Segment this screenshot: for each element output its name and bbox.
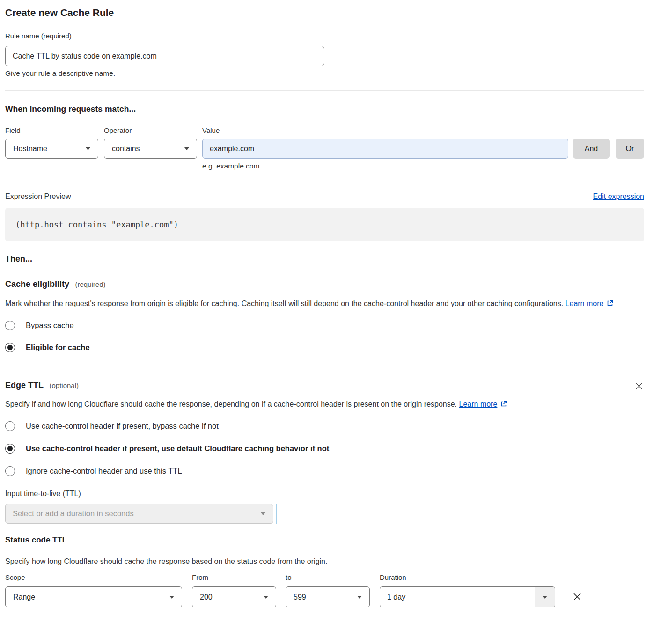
from-label: From (192, 573, 276, 582)
scope-label: Scope (5, 573, 182, 582)
then-heading: Then... (5, 254, 644, 264)
value-input[interactable] (202, 139, 568, 159)
edge-ttl-qualifier: (optional) (49, 381, 79, 389)
field-select-value: Hostname (13, 145, 47, 153)
match-condition-row: Field Hostname Operator contains Value e… (5, 126, 644, 170)
edge-ttl-option-bypass[interactable]: Use cache-control header if present, byp… (5, 421, 644, 431)
chevron-down-icon (184, 147, 189, 150)
and-button[interactable]: And (573, 139, 610, 159)
operator-select-value: contains (112, 145, 140, 153)
operator-label: Operator (104, 126, 197, 135)
field-label: Field (5, 126, 98, 135)
expression-preview-label: Expression Preview (5, 192, 71, 201)
expression-code-block: (http.host contains "example.com") (5, 208, 644, 242)
to-select-value: 599 (294, 593, 306, 601)
cache-eligibility-learn-more-link[interactable]: Learn more (566, 300, 604, 307)
from-select[interactable]: 200 (192, 586, 276, 607)
cache-eligibility-qualifier: (required) (75, 280, 106, 288)
ttl-input-label: Input time-to-live (TTL) (5, 490, 644, 498)
to-column: to 599 (286, 573, 370, 607)
status-code-ttl-heading: Status code TTL (5, 535, 644, 545)
edge-ttl-radio-bypass[interactable] (5, 421, 15, 431)
edit-expression-link[interactable]: Edit expression (593, 192, 644, 201)
and-button-wrap: And (573, 126, 610, 159)
eligible-for-cache-label: Eligible for cache (26, 343, 90, 352)
chevron-down-icon (357, 596, 362, 599)
bypass-cache-radio[interactable] (5, 321, 15, 330)
duration-select[interactable]: 1 day (380, 586, 555, 607)
ttl-combo-wrap: Select or add a duration in seconds (5, 498, 644, 524)
to-label: to (286, 573, 370, 582)
cache-eligibility-heading-row: Cache eligibility (required) (5, 279, 644, 289)
edge-ttl-option-ignore[interactable]: Ignore cache-control header and use this… (5, 466, 644, 476)
edge-ttl-description-text: Specify if and how long Cloudflare shoul… (5, 400, 457, 408)
duration-select-value: 1 day (380, 587, 535, 607)
cache-eligibility-description-text: Mark whether the request's response from… (5, 300, 563, 307)
section-divider (5, 90, 644, 91)
status-code-ttl-row: Scope Range From 200 to 599 Duration 1 d… (5, 573, 644, 607)
value-helper: e.g. example.com (202, 162, 568, 170)
focus-caret-mark (276, 504, 277, 524)
scope-select[interactable]: Range (5, 586, 182, 607)
operator-select[interactable]: contains (104, 139, 197, 159)
section-divider (5, 364, 644, 364)
edge-ttl-option-ignore-label: Ignore cache-control header and use this… (26, 467, 182, 476)
chevron-down-icon[interactable] (253, 504, 273, 523)
field-select[interactable]: Hostname (5, 139, 98, 159)
edge-ttl-heading-group: Edge TTL (optional) (5, 380, 79, 390)
duration-column: Duration 1 day (380, 573, 555, 607)
cache-eligibility-description: Mark whether the request's response from… (5, 297, 632, 311)
edge-ttl-heading: Edge TTL (5, 381, 44, 390)
from-select-value: 200 (200, 593, 213, 601)
edge-ttl-heading-row: Edge TTL (optional) (5, 380, 644, 391)
ttl-duration-placeholder: Select or add a duration in seconds (6, 504, 253, 523)
chevron-down-icon (169, 596, 174, 599)
operator-column: Operator contains (104, 126, 197, 159)
ttl-duration-select[interactable]: Select or add a duration in seconds (5, 504, 273, 524)
from-column: From 200 (192, 573, 276, 607)
edge-ttl-radio-default[interactable] (5, 444, 15, 454)
chevron-down-icon[interactable] (535, 587, 555, 607)
field-column: Field Hostname (5, 126, 98, 159)
or-button[interactable]: Or (616, 139, 644, 159)
delete-rule-row-icon[interactable] (572, 592, 582, 602)
close-icon[interactable] (634, 381, 644, 391)
external-link-icon (606, 298, 614, 311)
edge-ttl-option-default[interactable]: Use cache-control header if present, use… (5, 444, 644, 454)
to-select[interactable]: 599 (286, 586, 370, 607)
eligible-for-cache-option[interactable]: Eligible for cache (5, 343, 644, 352)
rule-name-input[interactable] (5, 46, 324, 66)
expression-header-row: Expression Preview Edit expression (5, 192, 644, 201)
edge-ttl-learn-more-link[interactable]: Learn more (459, 400, 498, 408)
value-label: Value (202, 126, 568, 135)
value-column: Value e.g. example.com (202, 126, 568, 170)
external-link-icon (500, 398, 507, 412)
eligible-for-cache-radio[interactable] (5, 343, 15, 352)
bypass-cache-label: Bypass cache (26, 321, 74, 330)
rule-name-helper: Give your rule a descriptive name. (5, 69, 644, 78)
edge-ttl-option-default-label: Use cache-control header if present, use… (26, 444, 329, 453)
edge-ttl-option-bypass-label: Use cache-control header if present, byp… (26, 422, 219, 431)
edge-ttl-description: Specify if and how long Cloudflare shoul… (5, 397, 522, 412)
or-button-wrap: Or (616, 126, 644, 159)
bypass-cache-option[interactable]: Bypass cache (5, 321, 644, 330)
cache-eligibility-heading: Cache eligibility (5, 279, 69, 289)
scope-select-value: Range (13, 593, 35, 601)
expression-code: (http.host contains "example.com") (15, 220, 178, 229)
edge-ttl-radio-ignore[interactable] (5, 466, 15, 476)
status-code-ttl-description: Specify how long Cloudflare should cache… (5, 555, 644, 568)
match-heading: When incoming requests match... (5, 104, 644, 114)
chevron-down-icon (264, 596, 268, 599)
page-title: Create new Cache Rule (5, 7, 644, 19)
chevron-down-icon (86, 147, 90, 150)
duration-label: Duration (380, 573, 555, 582)
create-cache-rule-form: Create new Cache Rule Rule name (require… (0, 0, 661, 607)
scope-column: Scope Range (5, 573, 182, 607)
rule-name-label: Rule name (required) (5, 32, 644, 40)
